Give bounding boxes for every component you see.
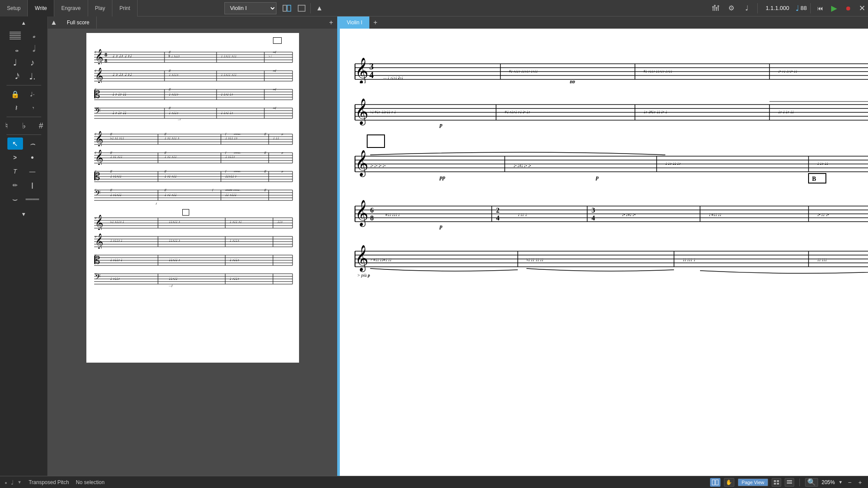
down-arrow-bottom[interactable]: ▼	[17, 480, 22, 485]
tab-write[interactable]: Write	[28, 0, 54, 16]
svg-text:♩ ♪♩♩♪: ♩ ♪♩♩♪	[169, 73, 178, 77]
trill-tool[interactable]: ════	[25, 193, 40, 205]
zoom-out-button[interactable]: 🔍	[805, 478, 818, 487]
sixteenth-rest-tool[interactable]: 𝄾	[25, 102, 40, 114]
page-number: 5	[291, 37, 293, 42]
zoom-dropdown[interactable]: ▼	[838, 480, 843, 485]
hairpin-tool[interactable]: —	[25, 165, 40, 177]
section-19-number: 19	[353, 191, 360, 199]
flat-tool[interactable]: ♭	[16, 120, 32, 132]
dot-note-tool[interactable]: ♩.	[25, 70, 40, 82]
score-scroll-area[interactable]: (allarg.) ..............................…	[48, 29, 337, 476]
selection-mode-icon[interactable]	[710, 478, 720, 487]
svg-text:♩♩♪♩♩ ♪: ♩♩♪♩♩ ♪	[169, 239, 180, 242]
slur-tool[interactable]: ⌢	[25, 138, 40, 150]
whole-note-tool[interactable]: 𝅝	[7, 43, 23, 55]
half-note-tool[interactable]: 𝅗𝅥	[25, 43, 40, 55]
transposed-pitch-label[interactable]: Transposed Pitch	[29, 479, 69, 485]
svg-text:p: p	[595, 174, 599, 180]
sharp-tool[interactable]: #	[33, 120, 49, 132]
svg-text:6: 6	[370, 206, 374, 214]
grid-view-btn[interactable]	[772, 478, 781, 487]
tie-tool[interactable]: ⌣	[7, 193, 23, 205]
svg-text:♩ ♪♩ ♪♩♩: ♩ ♪♩ ♪♩♩	[164, 155, 177, 159]
svg-rect-322	[777, 480, 779, 482]
full-score-add[interactable]: +	[325, 16, 337, 29]
full-score-tab[interactable]: Full score	[60, 16, 97, 29]
bottom-separator	[799, 478, 800, 486]
svg-text:♩• ♩#♩ ♩• ♩•: ♩• ♩#♩ ♩• ♩•	[513, 164, 531, 168]
pan-mode-icon[interactable]: ✋	[724, 478, 734, 487]
allarg-marking: (allarg.) ..............................…	[91, 37, 295, 42]
svg-text:cresc.: cresc.	[234, 170, 241, 173]
instrument-selector[interactable]: Violin I Violin II Viola Cello	[224, 2, 276, 14]
lock-tool[interactable]: 🔒	[7, 88, 23, 100]
svg-text:♩ ♩♪ ♩♩ ♩♪: ♩ ♩♪ ♩♩ ♩♪	[665, 161, 681, 166]
left-sidebar: ▲ 𝅗 𝅝 𝅗𝅥 ♩ ♪ 𝅘𝅥𝅯 ♩. 🔒 ♩· 𝄽	[0, 16, 48, 476]
svg-text:♭♩ #♩♪ ♩♩♪♩♩ ♪ ♩: ♭♩ #♩♪ ♩♩♪♩♩ ♪ ♩	[370, 110, 396, 114]
part-add-button[interactable]: +	[369, 16, 381, 29]
rewind-button[interactable]: ⏮	[814, 2, 826, 14]
bottom-bar-right: ✋ Page View 🔍 205% ▼ − +	[710, 478, 864, 487]
tab-play[interactable]: Play	[88, 0, 112, 16]
tab-engrave[interactable]: Engrave	[54, 0, 88, 16]
quarter-note-tool[interactable]: ♩	[7, 56, 23, 69]
svg-text:♩• ♩#♩ ♩•: ♩• ♩#♩ ♩•	[622, 213, 635, 217]
stop-button[interactable]: ✕	[856, 2, 868, 14]
record-button[interactable]: ⏺	[842, 2, 854, 14]
svg-point-10	[717, 5, 719, 7]
single-view-icon[interactable]	[295, 1, 309, 15]
svg-text:♩ ♩♪♩ ♩♪: ♩ ♩♪♩ ♩♪	[221, 111, 233, 115]
sixteenth-note-tool[interactable]: 𝅘𝅥𝅯	[7, 70, 23, 82]
full-score-collapse[interactable]: ▲	[48, 16, 60, 29]
section-12-number: 12	[353, 138, 360, 145]
tempo-value: 88	[801, 5, 807, 11]
svg-text:♩ ♪♩♩♪: ♩ ♪♩♩♪	[169, 111, 178, 115]
accent-tool[interactable]: >	[7, 151, 23, 164]
dotted-rest-tool[interactable]: ♩·	[25, 88, 40, 100]
list-view-btn[interactable]	[785, 478, 794, 487]
zoom-decrease-button[interactable]: −	[846, 479, 853, 486]
svg-text:−f: −f	[178, 118, 181, 120]
svg-text:♩ ♪♩♩♪: ♩ ♪♩♩♪	[225, 155, 235, 159]
violin-i-tab[interactable]: Violin I	[340, 16, 369, 29]
svg-point-7	[712, 6, 714, 8]
natural-tool[interactable]: ♮	[0, 120, 14, 132]
eighth-note-tool[interactable]: ♪	[25, 56, 40, 69]
select-tool[interactable]: ↖	[7, 138, 23, 150]
note-head-tool[interactable]: 𝅗	[25, 29, 40, 41]
zoom-increase-button[interactable]: +	[857, 479, 864, 486]
collapse-icon[interactable]: ▲	[312, 1, 326, 15]
text-tool[interactable]: T	[7, 165, 23, 177]
sidebar-down-arrow[interactable]: ▼	[20, 210, 28, 219]
play-button[interactable]: ▶	[828, 2, 840, 14]
svg-text:pp: pp	[569, 79, 575, 83]
staccato-tool[interactable]: •	[25, 151, 40, 164]
svg-text:cresc.: cresc.	[234, 151, 241, 154]
svg-text:p: p	[439, 223, 443, 229]
svg-text:♩ ♪♩♩♪: ♩ ♪♩♩♪	[230, 277, 239, 281]
svg-text:♩ ♪♩♩♪: ♩ ♪♩♩♪	[110, 277, 120, 281]
svg-text:𝄞: 𝄞	[95, 49, 103, 64]
svg-text:f: f	[156, 202, 157, 205]
tab-print[interactable]: Print	[112, 0, 138, 16]
svg-text:♩ ♪♩♪♩♩: ♩ ♪♩♪♩♩	[110, 174, 122, 178]
svg-text:♭♩ ♪♩ ♪♩♩: ♭♩ ♪♩ ♪♩♩	[110, 136, 124, 140]
svg-text:♭♩ ♩♩ ♩♩ ♩♩: ♭♩ ♩♩ ♩♩ ♩♩	[526, 258, 543, 262]
settings-icon[interactable]: ⚙	[724, 1, 738, 15]
section-1-number: 1	[628, 49, 633, 61]
part-tab-bar: Violin I +	[340, 16, 868, 29]
sidebar-up-arrow[interactable]: ▲	[20, 18, 28, 28]
page-view-btn[interactable]: Page View	[738, 478, 768, 486]
svg-text:♩ ♩♩: ♩ ♩♩	[273, 136, 279, 140]
eighth-rest-tool[interactable]: 𝄽	[7, 102, 23, 114]
metronome-icon[interactable]: ♩	[740, 1, 754, 15]
mixer-icon[interactable]	[709, 1, 723, 15]
pencil-tool[interactable]: ✏	[7, 179, 23, 191]
tab-setup[interactable]: Setup	[0, 0, 28, 16]
staff-tool[interactable]	[7, 29, 23, 41]
svg-rect-324	[777, 483, 779, 485]
line-tool[interactable]: |	[25, 179, 40, 191]
full-score-view-icon[interactable]	[280, 1, 294, 15]
part-notation-area: Moderato ♩ = 88 1 𝄞 3 4	[340, 29, 868, 476]
